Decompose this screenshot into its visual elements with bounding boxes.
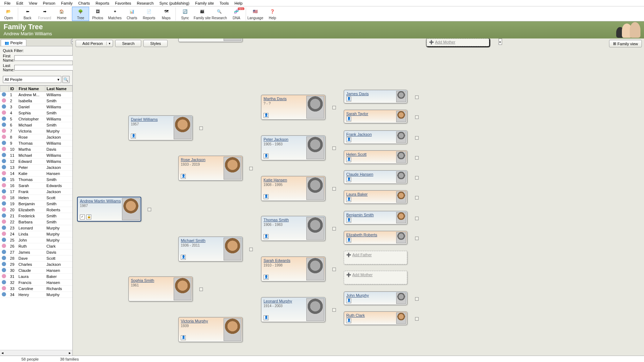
table-row[interactable]: 9ThomasWilliams — [0, 140, 72, 146]
connector-node[interactable] — [415, 95, 419, 99]
connector-node[interactable] — [415, 156, 419, 160]
table-row[interactable]: 7VictoriaMurphy — [0, 128, 72, 134]
person-card-michael[interactable]: Michael Smith1936 - 2011👤 — [178, 237, 242, 262]
table-row[interactable]: 17FrankJackson — [0, 189, 72, 195]
table-row[interactable]: 8RoseJackson — [0, 134, 72, 140]
connector-node[interactable] — [332, 146, 336, 150]
toolbar-matches-button[interactable]: ⚭Matches — [106, 7, 123, 21]
person-card-martha[interactable]: Martha Davis? - ?👤 — [261, 95, 325, 120]
menu-help[interactable]: Help — [232, 0, 246, 6]
connector-node[interactable] — [199, 288, 203, 291]
person-card-ruth[interactable]: Ruth Clark👤 — [344, 311, 407, 325]
menu-favorites[interactable]: Favorites — [112, 0, 134, 6]
table-row[interactable]: 20ElizabethRoberts — [0, 207, 72, 213]
table-row[interactable]: 2IsabellaSmith — [0, 98, 72, 104]
toolbar-sync-button[interactable]: 🔄Sync — [177, 7, 194, 21]
person-card-sophia[interactable]: Sophia Smith1961 — [128, 276, 193, 301]
connector-node[interactable] — [415, 136, 419, 140]
table-row[interactable]: 5ChristopherWilliams — [0, 116, 72, 122]
table-row[interactable]: 24LindaMurphy — [0, 231, 72, 237]
styles-button[interactable]: Styles — [143, 40, 168, 47]
people-grid[interactable]: IDFirst NameLast Name 1Andrew M...Willia… — [0, 85, 72, 350]
table-row[interactable]: 6MichaelSmith — [0, 122, 72, 128]
connector-node[interactable] — [415, 317, 419, 321]
toolbar-back-button[interactable]: ⬅Back — [19, 7, 36, 21]
table-row[interactable]: 21FrederickSmith — [0, 213, 72, 219]
table-row[interactable]: 18HelenScott — [0, 195, 72, 201]
menu-edit[interactable]: Edit — [14, 0, 26, 6]
menu-sync--publishing-[interactable]: Sync (publishing) — [157, 0, 192, 6]
table-row[interactable]: 13PeterJackson — [0, 165, 72, 171]
search-button[interactable]: Search — [115, 40, 141, 47]
table-row[interactable]: 16SarahEdwards — [0, 183, 72, 189]
connector-node[interactable] — [415, 176, 419, 180]
person-card-claude[interactable]: Claude Hansen👤 — [344, 170, 407, 184]
person-card-rose[interactable]: Rose Jackson1933 - 2019👤 — [178, 156, 242, 181]
column-first-name[interactable]: First Name — [17, 86, 45, 92]
connector-node[interactable] — [332, 106, 336, 109]
table-row[interactable]: 23LeonardMurphy — [0, 225, 72, 231]
table-row[interactable]: 29CharlesJackson — [0, 262, 72, 268]
person-card-daniel[interactable]: Daniel Williams1957👤 — [128, 115, 193, 140]
menu-reports[interactable]: Reports — [93, 0, 112, 6]
tab-people[interactable]: 👥People — [1, 39, 26, 46]
toolbar-help-button[interactable]: ❓Help — [264, 7, 281, 21]
toolbar-family-site-button[interactable]: 👪Family site — [194, 7, 211, 21]
person-card-katie[interactable]: Katie Hansen1908 - 1995👤 — [261, 176, 325, 201]
menu-family[interactable]: Family — [58, 0, 75, 6]
table-row[interactable]: 11MichaelWilliams — [0, 152, 72, 159]
menu-person[interactable]: Person — [40, 0, 58, 6]
column-icon[interactable] — [0, 86, 9, 92]
connector-node[interactable] — [415, 217, 419, 220]
table-row[interactable]: 27JamesDavis — [0, 249, 72, 255]
table-row[interactable]: 4SophiaSmith — [0, 110, 72, 116]
connector-node[interactable] — [415, 115, 419, 119]
person-card-benjamin[interactable]: Benjamin Smith👤 — [344, 211, 407, 224]
table-row[interactable]: 10MarthaDavis — [0, 146, 72, 152]
person-card-helen[interactable]: Helen Scott👤 — [344, 150, 407, 164]
connector-node[interactable] — [415, 237, 419, 240]
connector-node[interactable] — [199, 126, 203, 130]
table-row[interactable]: 22BarbaraSmith — [0, 219, 72, 225]
connector-node[interactable] — [148, 208, 151, 211]
person-card-john[interactable]: John Murphy👤 — [344, 291, 407, 305]
first-name-input[interactable] — [14, 55, 77, 61]
table-row[interactable]: 19BenjaminSmith — [0, 201, 72, 207]
grid-horizontal-scrollbar[interactable]: ◂▸ — [0, 350, 72, 356]
column-last-name[interactable]: Last Name — [45, 86, 72, 92]
table-row[interactable]: 25JohnMurphy — [0, 237, 72, 243]
menu-charts[interactable]: Charts — [76, 0, 93, 6]
person-card-victoria[interactable]: Victoria Murphy1939👤 — [178, 317, 242, 342]
person-card-frank[interactable]: Frank Jackson👤 — [344, 130, 407, 144]
person-name[interactable]: Add Mother — [352, 273, 373, 277]
person-card-james[interactable]: James Davis👤 — [344, 90, 407, 103]
toolbar-photos-button[interactable]: 🖼Photos — [89, 7, 106, 21]
person-card-addFather[interactable]: ➕Add Father — [344, 251, 407, 264]
person-card-sarahT[interactable]: Sarah Taylor👤 — [344, 110, 407, 123]
table-row[interactable]: 12EdwardWilliams — [0, 159, 72, 165]
connector-node[interactable] — [415, 297, 419, 301]
toolbar-reports-button[interactable]: 📄Reports — [140, 7, 158, 21]
connector-node[interactable] — [332, 308, 336, 312]
table-row[interactable]: 34HenryMurphy — [0, 292, 72, 298]
sidebar-search-button[interactable]: 🔍 — [62, 76, 70, 83]
menu-tools[interactable]: Tools — [217, 0, 232, 6]
table-row[interactable]: 3DanielWilliams — [0, 104, 72, 110]
table-row[interactable]: 31LauraBaker — [0, 274, 72, 280]
table-row[interactable]: 28DaveScott — [0, 255, 72, 262]
connector-node[interactable] — [332, 227, 336, 231]
table-row[interactable]: 26RuthClark — [0, 243, 72, 249]
add-person-button[interactable]: Add Person — [76, 40, 113, 47]
table-row[interactable]: 1Andrew M...Williams — [0, 92, 72, 98]
table-row[interactable]: 32FrancisHansen — [0, 280, 72, 286]
person-card-addMother[interactable]: ➕Add Mother — [344, 271, 407, 284]
last-name-input[interactable] — [14, 65, 77, 71]
table-row[interactable]: 30ClaudeHansen — [0, 268, 72, 274]
toolbar-language-button[interactable]: 🇺🇸Language — [247, 7, 264, 21]
connector-node[interactable] — [332, 268, 336, 271]
connector-node[interactable] — [332, 187, 336, 191]
person-card-peter[interactable]: Peter Jackson1905 - 1983👤 — [261, 135, 325, 160]
column-id[interactable]: ID — [9, 86, 17, 92]
person-card-laura[interactable]: Laura Baker👤 — [344, 190, 407, 204]
menu-file[interactable]: File — [1, 0, 14, 6]
